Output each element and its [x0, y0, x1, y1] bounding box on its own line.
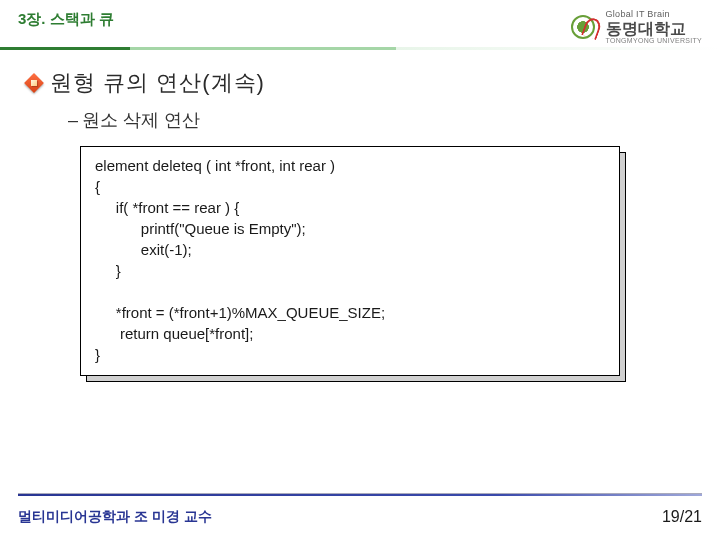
logo-text-block: Global IT Brain 동명대학교 TONGMYONG UNIVERSI…: [606, 10, 703, 45]
subtitle-text: 원소 삭제 연산: [82, 110, 200, 130]
logo-university-name: 동명대학교: [606, 20, 703, 38]
slide-footer: 멀티미디어공학과 조 미경 교수 19/21: [18, 508, 702, 526]
subtitle: –원소 삭제 연산: [68, 110, 200, 130]
chapter-block: 3장. 스택과 큐: [18, 10, 114, 31]
subtitle-dash: –: [68, 110, 78, 130]
footer-department: 멀티미디어공학과 조 미경 교수: [18, 508, 212, 526]
slide-header: 3장. 스택과 큐 Global IT Brain 동명대학교 TONGMYON…: [0, 0, 720, 45]
logo-graphic-icon: [568, 12, 600, 44]
chapter-title: 3장. 스택과 큐: [18, 10, 114, 31]
logo-english-name: TONGMYONG UNIVERSITY: [606, 37, 703, 45]
page-number: 19/21: [662, 508, 702, 526]
footer-divider: [18, 493, 702, 496]
diamond-bullet-icon: [26, 75, 42, 91]
logo-tagline: Global IT Brain: [606, 10, 703, 20]
university-logo: Global IT Brain 동명대학교 TONGMYONG UNIVERSI…: [568, 10, 703, 45]
main-title-row: 원형 큐의 연산(계속): [0, 50, 720, 98]
code-box-container: element deleteq ( int *front, int rear )…: [80, 146, 620, 376]
subtitle-row: –원소 삭제 연산: [0, 98, 720, 132]
main-title: 원형 큐의 연산(계속): [50, 68, 265, 98]
code-block: element deleteq ( int *front, int rear )…: [80, 146, 620, 376]
